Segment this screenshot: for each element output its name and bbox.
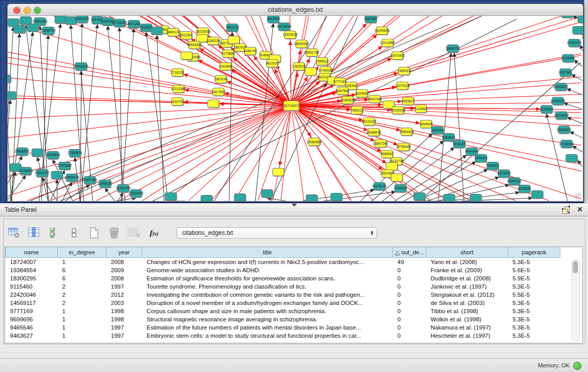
graph-node[interactable] — [391, 174, 402, 182]
graph-node[interactable] — [14, 25, 25, 33]
table-selector-dropdown[interactable]: citations_edges.txt ▲▼ — [177, 227, 377, 239]
table-settings-button[interactable] — [8, 226, 21, 239]
column-header-pagerank[interactable]: pagerank — [508, 247, 560, 258]
graph-node-label: 8860123 — [167, 30, 180, 34]
table-panel-header: Table Panel ✕ — [0, 203, 588, 216]
table-row[interactable]: 2242004622012Investigating the contribut… — [6, 291, 560, 299]
graph-node[interactable] — [305, 68, 316, 75]
graph-node[interactable] — [566, 155, 577, 162]
graph-node-label: 16782753 — [116, 186, 130, 190]
dropdown-arrows-icon: ▲▼ — [367, 230, 377, 235]
graph-node[interactable] — [470, 194, 482, 201]
graph-node-label: 25606507 — [15, 149, 30, 153]
graph-node[interactable] — [306, 195, 317, 201]
graph-node-label: 9245652 — [518, 187, 531, 190]
graph-node[interactable] — [444, 194, 455, 201]
graph-node-label: 10654112 — [507, 179, 522, 183]
graph-node-label: 18724007 — [283, 104, 299, 107]
graph-node-label: 17957253 — [82, 178, 97, 182]
graph-node[interactable] — [228, 36, 239, 43]
network-window-titlebar[interactable]: citations_edges.txt — [8, 4, 583, 16]
graph-node[interactable] — [51, 171, 62, 179]
graph-node-label: 20364436 — [340, 98, 355, 102]
graph-node[interactable] — [165, 193, 177, 201]
close-panel-icon[interactable]: ✕ — [577, 205, 583, 213]
window-resize-grip[interactable] — [575, 193, 581, 200]
graph-node-label: 10025418 — [390, 108, 405, 112]
graph-node-label: 8186328 — [207, 39, 220, 42]
graph-node-label: 17359924 — [68, 151, 82, 155]
graph-node-label: 9699695 — [420, 122, 433, 126]
graph-node-label: 16648794 — [445, 47, 460, 50]
graph-node[interactable] — [201, 195, 212, 201]
table-row[interactable]: 946362711997Embryonic stem cells: a mode… — [6, 332, 560, 340]
background-panel-edge — [584, 0, 588, 203]
network-canvas: 7663822886012389129541822605818543392818… — [8, 16, 583, 201]
graph-node-label: 9822037 — [266, 61, 279, 65]
table-row[interactable]: 1456911722003Disruption of a novel membe… — [6, 299, 560, 307]
column-header-year[interactable]: year — [106, 247, 142, 258]
graph-node[interactable] — [20, 16, 31, 24]
graph-node-label: 9684067 — [381, 152, 394, 156]
table-row[interactable]: 977716911998Corpus callosum shape and si… — [6, 307, 560, 315]
column-header-short[interactable]: short — [426, 247, 508, 258]
graph-node-label: 8813054 — [267, 17, 280, 20]
graph-node-label: 16154808 — [375, 29, 389, 32]
graph-node[interactable] — [234, 194, 246, 201]
graph-node-label: 19654923 — [399, 130, 414, 134]
graph-node-label: 10973493 — [390, 54, 405, 57]
graph-node[interactable] — [578, 16, 583, 23]
scrollbar-thumb[interactable] — [573, 261, 578, 273]
table-rows-button[interactable] — [68, 226, 81, 239]
new-table-button[interactable] — [88, 226, 101, 239]
graph-node[interactable] — [573, 26, 583, 34]
graph-node-label: 6497568 — [336, 89, 350, 93]
graph-node[interactable] — [55, 16, 66, 23]
table-row[interactable]: 946554611997Estimation of the future num… — [6, 323, 560, 332]
graph-node-label: 18543392 — [187, 43, 202, 47]
graph-node[interactable] — [273, 168, 284, 176]
graph-node-label: 12942757 — [35, 171, 50, 174]
graph-node[interactable] — [561, 16, 573, 17]
column-header-in-degree[interactable]: in_degree — [58, 247, 106, 258]
network-window-title: citations_edges.txt — [8, 6, 583, 13]
graph-node-label: 19756928 — [396, 145, 411, 148]
graph-node[interactable] — [181, 52, 192, 59]
node-table[interactable]: namein_degreeyeartitle△ out_de...shortpa… — [5, 247, 560, 340]
graph-node[interactable] — [262, 190, 273, 198]
table-row[interactable]: 911546021997Tourette syndrome. Phenomeno… — [6, 282, 560, 291]
graph-node[interactable] — [27, 24, 38, 31]
graph-node[interactable] — [32, 149, 43, 157]
graph-node-label: 2687682 — [364, 17, 378, 20]
column-header-title[interactable]: title — [142, 247, 393, 258]
float-window-icon[interactable] — [562, 206, 570, 213]
table-scrollbar[interactable] — [572, 259, 580, 341]
splitter-handle-icon[interactable] — [292, 204, 297, 207]
graph-node[interactable] — [8, 75, 11, 82]
graph-node-label: 4671355 — [127, 22, 141, 26]
graph-node[interactable] — [532, 191, 543, 199]
table-selector-value: citations_edges.txt — [177, 229, 367, 236]
network-canvas-area[interactable]: 7663822886012389129541822605818543392818… — [8, 16, 583, 201]
table-row[interactable]: 1872400712008Changes of HCN gene express… — [6, 258, 560, 267]
select-rows-button[interactable] — [48, 226, 61, 239]
column-header-name[interactable]: name — [6, 247, 58, 258]
graph-node[interactable] — [208, 100, 219, 107]
graph-node-label: 7955812 — [315, 59, 329, 63]
network-window: citations_edges.txt 76638228860123891295… — [7, 4, 583, 202]
delete-table-button[interactable] — [107, 226, 121, 239]
graph-node[interactable] — [151, 27, 162, 34]
delete-columns-button — [127, 226, 141, 239]
table-row[interactable]: 969969511998Structural magnetic resonanc… — [6, 315, 560, 323]
function-builder-button[interactable]: f(x) — [147, 226, 161, 239]
graph-node[interactable] — [413, 193, 425, 201]
table-row[interactable]: 1830029562008Estimation of significance … — [6, 274, 560, 282]
column-visibility-button[interactable] — [28, 226, 41, 239]
graph-node-label: 2718126 — [171, 71, 184, 74]
graph-node[interactable] — [331, 193, 342, 201]
graph-node[interactable] — [386, 163, 397, 170]
table-row[interactable]: 1938455462009Genome-wide association stu… — [6, 266, 560, 274]
graph-node[interactable] — [8, 92, 16, 99]
column-header-out-de-[interactable]: △ out_de... — [393, 247, 426, 258]
memory-status-indicator-icon[interactable] — [573, 362, 581, 370]
